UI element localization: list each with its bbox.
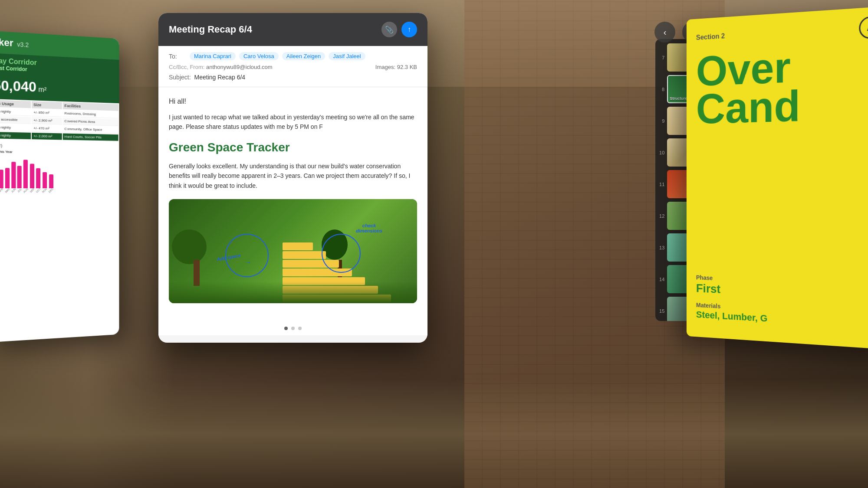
chart-legend: This Year (0, 150, 114, 155)
section-body-text: Generally looks excellent. My understand… (169, 161, 417, 190)
bar-label-NOV: NOV (42, 187, 47, 193)
presentation-details: Phase First Materials Steel, Lumber, G (687, 274, 868, 332)
image-background: Add space → checkdimensions (169, 199, 417, 303)
bar-SEP (30, 164, 34, 188)
bar-JUL (17, 166, 22, 188)
pagination-dots (158, 321, 427, 335)
bar-group-MAY: MAY (5, 168, 10, 192)
bar-label-JUL: JUL (17, 188, 22, 193)
bar-label-JUN: JUN (11, 188, 16, 193)
bar-group-DEC: DEC (48, 174, 54, 192)
email-meta-info: Cc/Bcc, From: anthonywu89@icloud.com Ima… (169, 64, 417, 70)
bar-group-OCT: OCT (36, 168, 41, 192)
chart-section: (CCF) This Year MARAPRMAYJUNJULAUGSEPOCT… (0, 140, 119, 195)
bar-group-AUG: AUG (23, 160, 28, 192)
email-panel: Meeting Recap 6/4 📎 ↑ To: Marina Caprari… (158, 13, 427, 343)
tree-canopy-left (172, 229, 207, 264)
back-nav-button[interactable]: ‹ (654, 22, 675, 43)
email-meta: To: Marina Caprari Caro Velosa Aileen Ze… (158, 46, 427, 87)
email-greeting: Hi all! (169, 98, 417, 105)
circle-a: A (859, 16, 868, 39)
email-image: Add space → checkdimensions (169, 199, 417, 303)
room-floor (0, 380, 868, 488)
chart-label: (CCF) (0, 144, 114, 150)
email-actions: 📎 ↑ (381, 22, 417, 37)
bar-label-AUG: AUG (23, 187, 29, 193)
annotation-circle-right (322, 234, 361, 273)
subject-value: Meeting Recap 6/4 (194, 74, 246, 81)
bar-label-DEC: DEC (48, 187, 54, 193)
bar-group-JUN: JUN (11, 162, 16, 192)
col-header-facilities: Facilities (63, 102, 118, 111)
subject-label: Subject: (169, 74, 191, 81)
dot-1[interactable] (284, 327, 288, 330)
bar-label-APR: APR (0, 188, 4, 193)
bar-APR (0, 170, 3, 188)
annotation-arrow: → (245, 259, 252, 266)
recipient-jasif[interactable]: Jasif Jaleel (329, 52, 365, 60)
bar-NOV (43, 172, 47, 188)
dot-3[interactable] (298, 327, 302, 330)
subject-row: Subject: Meeting Recap 6/4 (169, 74, 417, 81)
bar-label-SEP: SEP (29, 188, 35, 193)
bar-group-APR: APR (0, 170, 3, 192)
to-label: To: (169, 53, 186, 60)
recipient-caro[interactable]: Caro Velosa (239, 52, 279, 60)
green-space-tracker-title: Green Space Tracker (169, 141, 417, 154)
step-6 (283, 251, 326, 259)
bar-group-SEP: SEP (30, 164, 35, 192)
recipients-row: To: Marina Caprari Caro Velosa Aileen Ze… (169, 52, 417, 60)
email-header: Meeting Recap 6/4 📎 ↑ (158, 13, 427, 46)
main-title-over: Over Cand (687, 42, 868, 128)
email-intro-text: I just wanted to recap what we talked ab… (169, 112, 417, 132)
bar-DEC (49, 174, 53, 188)
bar-chart: MARAPRMAYJUNJULAUGSEPOCTNOVDEC (0, 156, 114, 192)
bar-label-OCT: OCT (35, 187, 41, 193)
email-title: Meeting Recap 6/4 (169, 24, 252, 35)
image-size: Images: 92.3 KB (375, 64, 417, 70)
app-name: cker v3.2 (0, 39, 29, 49)
facilities-table: Public Usage Size Facilities Closes nigh… (0, 99, 119, 142)
dot-2[interactable] (291, 327, 295, 330)
left-dashboard-panel: cker v3.2 way Corridor East Corridor 50,… (0, 30, 119, 342)
recipient-aileen[interactable]: Aileen Zeigen (282, 52, 326, 60)
bar-AUG (23, 160, 28, 188)
bar-label-MAY: MAY (4, 187, 10, 193)
bar-MAY (5, 168, 10, 188)
email-body: Hi all! I just wanted to recap what we t… (158, 87, 427, 321)
image-grass (169, 282, 417, 303)
presentation-panel: Section 2 A Over Cand Phase First Materi… (687, 6, 868, 350)
step-7 (283, 242, 313, 250)
recipient-marina[interactable]: Marina Caprari (190, 52, 236, 60)
bar-OCT (36, 168, 40, 188)
bar-group-NOV: NOV (42, 172, 47, 192)
bar-group-JUL: JUL (17, 166, 22, 192)
attach-button[interactable]: 📎 (381, 22, 397, 37)
col-header-size: Size (32, 101, 62, 109)
version-label: v3.2 (17, 41, 29, 49)
legend-label: This Year (0, 150, 13, 154)
col-header-usage: Public Usage (0, 100, 31, 108)
section-label: Section 2 (696, 32, 725, 41)
send-button[interactable]: ↑ (401, 22, 417, 37)
bar-JUN (11, 162, 16, 188)
from-address: Cc/Bcc, From: anthonywu89@icloud.com (169, 64, 273, 70)
annotation-text-check-dims: checkdimensions (356, 223, 382, 233)
tree-left (186, 229, 207, 286)
